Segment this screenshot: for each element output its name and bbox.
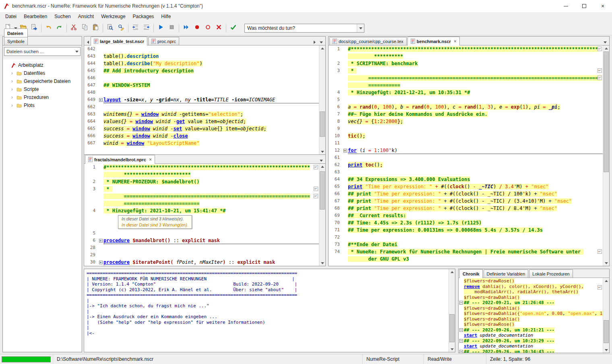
fold-toggle-icon[interactable]: + [99,98,103,102]
menu-datei[interactable]: Datei [2,12,20,21]
code-editor[interactable]: 1#**************************************… [329,45,603,266]
scroll-thumb[interactable] [604,320,609,343]
history-list[interactable]: $flowers~drawRose()remove dahlia(), colo… [459,278,603,353]
vertical-scrollbar[interactable] [449,269,455,352]
paste-button[interactable] [90,23,101,33]
file-search-input[interactable]: Dateien suchen ... [4,47,81,56]
chevron-right-icon[interactable]: › [10,79,14,84]
history-entry[interactable]: −## --- 2022-09-26, um 10:34:43 --- [459,349,603,353]
stop-button[interactable] [166,23,177,33]
menu-werkzeuge[interactable]: Werkzeuge [97,12,129,21]
tab-proc-nprc[interactable]: proc.nprc [148,37,179,45]
tab-list-icon[interactable] [318,39,324,45]
chevron-down-icon[interactable] [73,47,80,56]
history-entry[interactable]: −## --- 2022-09-26, um 10:23:29 --- [459,338,603,344]
undo-button[interactable] [43,23,54,33]
maximize-button[interactable] [575,0,593,12]
scroll-up-icon[interactable] [449,269,455,275]
tree-root-arbeitsplatz[interactable]: Arbeitsplatz [4,61,81,69]
history-entry[interactable]: $flowers~drawDahlia() [459,295,603,300]
run-button[interactable] [155,23,166,33]
history-entry[interactable]: start update_documentation [459,343,603,349]
save-file-button[interactable] [29,23,39,33]
tab-list-icon[interactable] [318,158,324,163]
indent-button[interactable] [141,23,152,33]
breakpoints-clear-button[interactable] [213,23,224,33]
chevron-down-icon[interactable] [357,24,364,32]
find-button[interactable] [105,23,116,33]
history-entry[interactable]: −## --- 2022-09-26, um 10:21:21 --- [459,327,603,333]
breakpoint-add-button[interactable] [192,23,203,33]
tree-item-gespeicherte-dateien[interactable]: ›Gespeicherte Dateien [4,77,81,85]
menu-packages[interactable]: Packages [129,12,158,21]
code-analysis-button[interactable] [228,23,239,33]
scroll-up-icon[interactable] [603,45,609,51]
cut-button[interactable] [68,23,79,33]
scroll-thumb[interactable] [320,111,325,137]
fold-toggle-icon[interactable]: − [459,301,463,304]
scroll-down-icon[interactable] [319,148,325,154]
minimize-button[interactable] [556,0,575,12]
history-entry[interactable]: $flowers~drawRose() [459,278,603,284]
fold-toggle-icon[interactable]: − [459,350,463,353]
tree-item-prozeduren[interactable]: ›Prozeduren [4,93,81,101]
tree-item-plots[interactable]: ›Plots [4,101,81,109]
fold-toggle-icon[interactable]: − [459,339,463,343]
history-entry[interactable]: $flowers~drawDahlia() [459,306,603,311]
history-entry[interactable]: $flowers~drawDahlia() [459,317,603,322]
fold-toggle-icon[interactable]: − [459,328,463,332]
scroll-up-icon[interactable] [319,164,325,170]
history-tab-definierte-variablen[interactable]: Definierte Variablen [484,269,529,278]
chevron-right-icon[interactable]: › [10,103,14,108]
debug-continue-button[interactable] [181,23,192,33]
menu-bearbeiten[interactable]: Bearbeiten [20,12,51,21]
breakpoint-remove-button[interactable] [203,23,213,33]
history-entry[interactable]: remove dahlia(), color(), xCoord(), yCoo… [459,284,603,290]
history-tab-lokale-prozeduren[interactable]: Lokale Prozeduren [529,269,573,278]
unindent-button[interactable] [130,23,141,33]
copy-button[interactable] [79,23,90,33]
assistant-combobox[interactable]: Was möchtest du tun? [244,24,364,33]
close-tab-icon[interactable]: × [149,157,152,162]
history-tab-chronik[interactable]: Chronik [459,269,483,278]
history-entry[interactable]: $flowers~drawDahlia({"open.min", 0.08, "… [459,311,603,317]
scroll-up-icon[interactable] [319,45,325,51]
fold-toggle-icon[interactable]: + [99,239,103,243]
menu-hilfe[interactable]: Hilfe [157,12,174,21]
vertical-scrollbar[interactable] [319,45,325,154]
chevron-right-icon[interactable]: › [10,87,14,92]
vertical-scrollbar[interactable] [319,164,325,266]
history-entry[interactable]: −## --- 2022-09-21, um 21:26:48 --- [459,300,603,306]
fold-toggle-icon[interactable]: + [343,149,347,152]
sidebar-tab-symbole[interactable]: Symbole [4,37,28,45]
chevron-right-icon[interactable]: › [10,71,14,76]
tab-docs-cpp-course-cpp-course-tex[interactable]: docs/cpp_course/cpp_course.tex [329,37,407,45]
scroll-down-icon[interactable] [319,260,325,266]
fold-toggle-icon[interactable]: + [99,261,103,264]
chevron-right-icon[interactable]: › [10,95,14,100]
scroll-thumb[interactable] [449,314,455,342]
close-button[interactable]: × [593,0,612,12]
tab-benchmark-nscr[interactable]: benchmark.nscr× [407,37,460,45]
tab-fractals-mandelbrot-nprc[interactable]: fractals/mandelbrot.nprc× [85,155,155,164]
vertical-scrollbar[interactable] [603,278,609,353]
tree-item-datenfiles[interactable]: ›Datenfiles [4,69,81,77]
vertical-scrollbar[interactable] [603,45,609,266]
scroll-thumb[interactable] [320,171,325,209]
scroll-down-icon[interactable] [449,346,455,352]
tab-scroll-right-icon[interactable] [312,39,318,45]
find-replace-button[interactable] [116,23,126,33]
scroll-down-icon[interactable] [603,347,609,353]
tab-list-icon[interactable] [602,39,608,45]
tree-item-scripte[interactable]: ›Scripte [4,85,81,93]
scroll-up-icon[interactable] [603,278,609,284]
history-entry[interactable]: modRadialArr(), radialArr(), thetaArr() [459,289,603,295]
close-tab-icon[interactable]: × [454,39,457,44]
sidebar-tab-dateien[interactable]: Dateien [4,29,28,37]
menu-suchen[interactable]: Suchen [51,12,74,21]
tab-large-table-test-nscr[interactable]: large_table_test.nscr [91,37,147,45]
code-editor[interactable]: 1#**************************************… [84,164,319,266]
tab-scroll-left-icon[interactable] [85,39,91,45]
scroll-thumb[interactable] [604,51,609,172]
redo-button[interactable] [54,23,65,33]
